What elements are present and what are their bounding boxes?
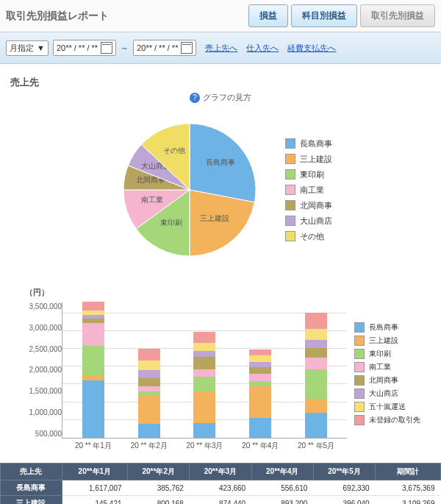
tab-group: 損益 科目別損益 取引先別損益 (248, 4, 435, 27)
svg-text:その他: その他 (163, 146, 185, 155)
link-sales[interactable]: 売上先へ (205, 43, 237, 54)
date-from-input[interactable]: 20** / ** / ** (53, 40, 116, 56)
calendar-icon (101, 42, 112, 54)
svg-text:長島商事: 長島商事 (206, 158, 235, 166)
legend-item: 長島商事 (354, 322, 420, 333)
page-title: 取引先別損益レポート (6, 10, 109, 23)
pie-legend: 長島商事三上建設東印刷南工業北岡商事大山商店その他 (285, 109, 332, 271)
legend-item: 三上建設 (354, 336, 420, 346)
legend-item: 南工業 (285, 185, 332, 196)
tab-pl[interactable]: 損益 (248, 4, 288, 27)
filter-bar: 月指定 ▼ 20** / ** / ** ～ 20** / ** / ** 売上… (0, 32, 441, 64)
tab-partner-pl[interactable]: 取引先別損益 (360, 4, 435, 27)
table-header: 20**年3月 (190, 464, 251, 480)
bar-unit: （円） (25, 287, 420, 298)
bar-column: 20 ** 年1月 (70, 302, 117, 438)
legend-item: 東印刷 (285, 169, 332, 180)
date-separator: ～ (121, 43, 129, 54)
legend-item: その他 (285, 231, 332, 242)
legend-item: 北岡商事 (285, 200, 332, 211)
calendar-icon (181, 42, 193, 54)
period-mode-select[interactable]: 月指定 ▼ (6, 40, 49, 56)
bar-legend: 長島商事三上建設東印刷南工業北岡商事大山商店五十嵐運送未登録の取引先 (354, 298, 420, 450)
section-title: 売上先 (10, 76, 431, 89)
legend-item: 五十嵐運送 (354, 402, 420, 412)
table-header: 20**年2月 (128, 464, 190, 480)
pie-chart: 長島商事三上建設東印刷南工業北岡商事大山商店その他 (109, 109, 270, 271)
table-row: 三上建設145,421800,168874,440893,200396,0403… (1, 496, 441, 505)
legend-item: 南工業 (354, 362, 420, 372)
table-header: 期間計 (376, 464, 441, 480)
legend-item: 大山商店 (354, 388, 420, 399)
help-icon: ? (190, 93, 200, 103)
table-header: 売上先 (1, 464, 62, 480)
table-header: 20**年4月 (251, 464, 313, 480)
chart-help[interactable]: ?グラフの見方 (10, 92, 431, 103)
bar-column: 20 ** 年3月 (182, 332, 229, 438)
svg-text:三上建設: 三上建設 (200, 214, 229, 222)
svg-text:東印刷: 東印刷 (160, 219, 182, 227)
link-expense[interactable]: 経費支払先へ (287, 43, 336, 54)
chevron-down-icon: ▼ (37, 43, 45, 52)
bar-column: 20 ** 年5月 (293, 313, 340, 438)
bar-column: 20 ** 年4月 (237, 349, 284, 438)
table-header: 20**年5月 (313, 464, 375, 480)
legend-item: 北岡商事 (354, 375, 420, 386)
table-header: 20**年1月 (62, 464, 127, 480)
legend-item: 三上建設 (285, 154, 332, 165)
legend-item: 長島商事 (285, 138, 332, 149)
legend-item: 大山商店 (285, 216, 332, 227)
date-to-input[interactable]: 20** / ** / ** (133, 40, 196, 56)
tab-account-pl[interactable]: 科目別損益 (291, 4, 357, 27)
table-row: 長島商事1,617,007385,762423,660556,610692,33… (1, 480, 441, 496)
legend-item: 未登録の取引先 (354, 415, 420, 425)
bar-column: 20 ** 年2月 (126, 349, 173, 438)
legend-item: 東印刷 (354, 349, 420, 359)
link-purchase[interactable]: 仕入先へ (246, 43, 279, 54)
data-table: 売上先20**年1月20**年2月20**年3月20**年4月20**年5月期間… (0, 463, 441, 504)
bar-chart-area: （円） 3,500,0003,000,0002,500,0002,000,000… (10, 278, 431, 455)
svg-text:南工業: 南工業 (141, 196, 163, 204)
